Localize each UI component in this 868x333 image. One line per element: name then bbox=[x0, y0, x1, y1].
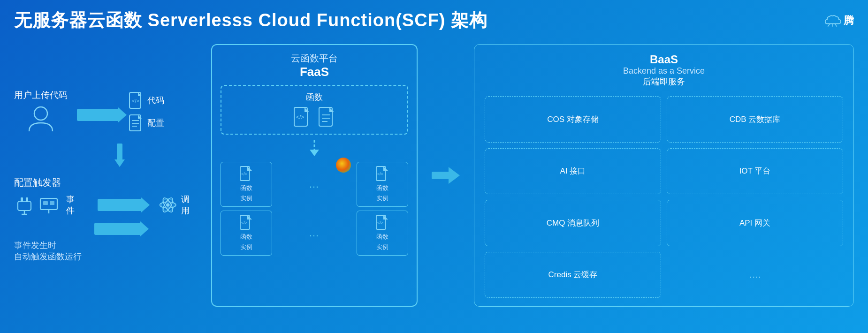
invoke-label: 调用 bbox=[181, 194, 197, 216]
svg-marker-40 bbox=[449, 167, 460, 184]
baas-section: BaaS Backend as a Service 后端即服务 COS 对象存储… bbox=[474, 44, 854, 307]
auto-label: 事件发生时 bbox=[14, 240, 197, 251]
dots-1: … bbox=[276, 178, 353, 190]
svg-marker-8 bbox=[114, 159, 125, 167]
config-doc-icon bbox=[129, 114, 144, 132]
tencent-logo: 腾 bbox=[824, 14, 854, 28]
baas-grid: COS 对象存储 CDB 云数据库 AI 接口 IOT 平台 CMQ 消息队列 … bbox=[485, 96, 843, 298]
event-label: 事件 bbox=[66, 194, 82, 216]
baas-item-api: API 网关 bbox=[667, 200, 843, 246]
down-arrow bbox=[42, 144, 197, 167]
instance-row-2: </> 函数 实例 … </> 函数 实例 bbox=[221, 211, 408, 256]
svg-point-0 bbox=[34, 107, 47, 120]
svg-rect-39 bbox=[432, 172, 450, 179]
baas-title-cn: 后端即服务 bbox=[485, 76, 843, 87]
baas-item-cdb: CDB 云数据库 bbox=[667, 96, 843, 143]
atom-icon bbox=[158, 194, 178, 216]
left-section: 用户上传代码 </> bbox=[14, 89, 197, 262]
instance-box-2: </> 函数 实例 bbox=[357, 162, 408, 207]
func-icons-row: </> bbox=[293, 106, 336, 128]
func-doc-icon-1 bbox=[318, 106, 336, 128]
svg-rect-10 bbox=[21, 197, 23, 202]
instance-code-icon-3: </> bbox=[240, 215, 253, 231]
big-right-arrow-icon bbox=[432, 164, 460, 187]
svg-rect-9 bbox=[18, 201, 31, 211]
svg-text:</>: </> bbox=[377, 220, 383, 225]
code-item: </> 代码 bbox=[129, 91, 164, 109]
svg-rect-15 bbox=[43, 201, 48, 205]
upload-user: 用户上传代码 bbox=[14, 89, 68, 134]
instance-box-4: </> 函数 实例 bbox=[357, 211, 408, 256]
function-box: 函数 </> bbox=[221, 85, 408, 135]
svg-rect-11 bbox=[26, 197, 28, 202]
colorful-ball-icon bbox=[336, 158, 351, 173]
event-row: 事件 调用 bbox=[14, 194, 197, 216]
event-icons bbox=[14, 195, 59, 215]
config-item: 配置 bbox=[129, 114, 164, 132]
baas-title-main: BaaS bbox=[485, 53, 843, 66]
code-config-items: </> 代码 配置 bbox=[129, 91, 164, 132]
instance-box-1: </> 函数 实例 bbox=[221, 162, 272, 207]
svg-rect-14 bbox=[40, 198, 57, 210]
instance-code-icon-2: </> bbox=[376, 166, 389, 182]
svg-text:</>: </> bbox=[241, 172, 247, 176]
faas-header: 云函数平台 FaaS bbox=[221, 52, 408, 79]
baas-item-iot: IOT 平台 bbox=[667, 148, 843, 195]
instances-area: </> 函数 实例 … </> 函数 实例 bbox=[221, 162, 408, 299]
baas-item-cmq: CMQ 消息队列 bbox=[485, 200, 661, 246]
svg-text:</>: </> bbox=[296, 114, 304, 121]
dashed-down-arrow-icon bbox=[309, 140, 320, 156]
code-doc-icon: </> bbox=[129, 91, 144, 109]
upload-label: 用户上传代码 bbox=[14, 89, 68, 101]
svg-text:</>: </> bbox=[377, 172, 383, 176]
auto-trigger-labels: 事件发生时 自动触发函数运行 bbox=[14, 240, 197, 262]
faas-to-baas-arrow bbox=[432, 164, 460, 187]
svg-rect-7 bbox=[117, 144, 122, 160]
event-row-2 bbox=[14, 223, 197, 235]
svg-text:</>: </> bbox=[132, 98, 139, 104]
instance-code-icon-1: </> bbox=[240, 166, 253, 182]
svg-point-18 bbox=[166, 203, 170, 207]
baas-item-credis: Credis 云缓存 bbox=[485, 252, 661, 298]
dots-2: … bbox=[276, 227, 353, 239]
baas-item-cos: COS 对象存储 bbox=[485, 96, 661, 143]
dashed-arrow-down bbox=[221, 140, 408, 156]
code-label: 代码 bbox=[147, 95, 164, 106]
invoke-section: 调用 bbox=[158, 194, 197, 216]
cloud-logo-icon bbox=[824, 14, 841, 27]
faas-section: 云函数平台 FaaS 函数 </> bbox=[211, 44, 418, 307]
trigger-label: 配置触发器 bbox=[14, 176, 197, 189]
upload-row: 用户上传代码 </> bbox=[14, 89, 197, 134]
user-icon bbox=[27, 105, 54, 134]
faas-title-cn: 云函数平台 bbox=[221, 52, 408, 65]
auto-label2: 自动触发函数运行 bbox=[14, 251, 197, 262]
svg-marker-30 bbox=[310, 150, 319, 156]
svg-rect-16 bbox=[50, 201, 54, 205]
trigger-section: 配置触发器 bbox=[14, 176, 197, 262]
instance-code-icon-4: </> bbox=[376, 215, 389, 231]
tencent-brand-text: 腾 bbox=[844, 14, 854, 28]
baas-header: BaaS Backend as a Service 后端即服务 bbox=[485, 53, 843, 87]
instance-row-1: </> 函数 实例 … </> 函数 实例 bbox=[221, 162, 408, 207]
baas-item-ai: AI 接口 bbox=[485, 148, 661, 195]
baas-title-en: Backend as a Service bbox=[485, 66, 843, 76]
config-label: 配置 bbox=[147, 117, 164, 129]
svg-text:</>: </> bbox=[241, 220, 247, 225]
device-icon bbox=[38, 195, 59, 215]
func-label: 函数 bbox=[306, 91, 323, 103]
baas-item-dots: …. bbox=[667, 252, 843, 298]
plug-icon bbox=[14, 195, 35, 215]
instance-box-3: </> 函数 实例 bbox=[221, 211, 272, 256]
faas-title-en: FaaS bbox=[221, 65, 408, 79]
title-bar: 无服务器云函数 Serverlesss Cloud Function(SCF) … bbox=[0, 0, 868, 37]
page-title: 无服务器云函数 Serverlesss Cloud Function(SCF) … bbox=[14, 8, 487, 32]
arrow-down-icon bbox=[114, 144, 125, 167]
func-code-icon-1: </> bbox=[293, 106, 311, 128]
main-content: 用户上传代码 </> bbox=[0, 37, 868, 314]
